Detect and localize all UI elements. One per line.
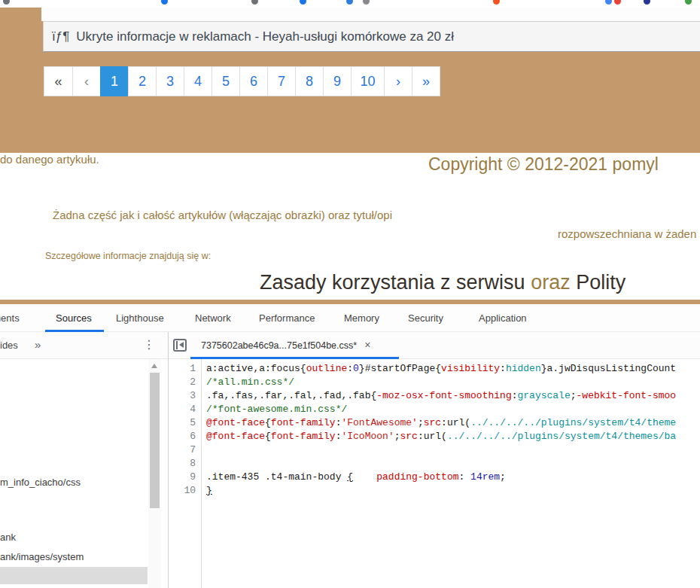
tree-item[interactable]: m_info_ciacho/css — [0, 476, 81, 489]
pagination: «‹12345678910›» — [44, 66, 440, 96]
page-button-8[interactable]: 8 — [295, 66, 324, 96]
page-button-‹[interactable]: ‹ — [72, 66, 101, 96]
article-title-bar: ïƒ¶Ukryte informacje w reklamach - Heyah… — [43, 21, 700, 52]
close-icon[interactable]: × — [364, 339, 370, 351]
favicon-red[interactable] — [614, 0, 621, 5]
code-line: a:active,a:focus{outline:0}#startOfPage{… — [206, 362, 700, 376]
page-button-›[interactable]: › — [384, 66, 412, 96]
page-button-2[interactable]: 2 — [128, 66, 157, 96]
page-button-5[interactable]: 5 — [212, 66, 240, 96]
tree-item[interactable]: ank/images/system — [0, 550, 84, 564]
page-button-10[interactable]: 10 — [351, 66, 385, 96]
tab-overflow-chevron[interactable]: » — [35, 332, 41, 359]
page-button-3[interactable]: 3 — [156, 66, 184, 96]
hide-navigator-icon[interactable] — [173, 339, 187, 352]
code-line: /*font-awesome.min.css*/ — [206, 403, 700, 416]
content-gap — [41, 8, 700, 21]
line-number[interactable]: 5 — [190, 416, 196, 430]
page-button-4[interactable]: 4 — [184, 66, 212, 96]
favicon-navy[interactable] — [644, 0, 650, 5]
page-button-1[interactable]: 1 — [100, 66, 129, 96]
favicon-blue-4[interactable] — [605, 0, 612, 5]
code-line — [206, 457, 700, 471]
line-number[interactable]: 4 — [190, 403, 196, 416]
navigator-file-tree: m_info_ciacho/cssankank/images/system — [0, 359, 168, 588]
tree-item[interactable]: ank — [0, 531, 16, 544]
file-tab[interactable]: 7375602abe46c9a...75e1f504be.css*× — [190, 332, 378, 359]
article-title: Ukryte informacje w reklamach - Heyah-us… — [76, 29, 454, 44]
line-number[interactable]: 7 — [190, 443, 196, 457]
devtools-toolbar-row: ides » ⋮ 7375602abe46c9a...75e1f504be.cs… — [0, 332, 700, 359]
privacy-link[interactable]: Polity — [571, 271, 626, 294]
favicon-gray-3[interactable] — [363, 0, 370, 5]
line-number[interactable]: 8 — [190, 457, 196, 471]
heading-conjunction: oraz — [531, 271, 571, 294]
file-tab-label: 7375602abe46c9a...75e1f504be.css* — [201, 340, 357, 351]
page-button-»[interactable]: » — [412, 66, 440, 96]
favicon-orange[interactable] — [493, 0, 500, 5]
page-button-6[interactable]: 6 — [239, 66, 268, 96]
devtools-body: m_info_ciacho/cssankank/images/system 12… — [0, 359, 700, 588]
more-options-icon[interactable]: ⋮ — [143, 332, 155, 359]
disclaimer-line: Żadna część jak i całość artykułów (włąc… — [53, 209, 392, 221]
line-number[interactable]: 1 — [190, 362, 196, 376]
favicon-blue-1[interactable] — [161, 0, 168, 5]
devtools-tab-application[interactable]: Application — [479, 304, 527, 332]
scrollbar-thumb[interactable] — [150, 373, 160, 508]
devtools-panel: ementsSourcesLighthouseNetworkPerformanc… — [0, 304, 700, 588]
scroll-up-arrow-icon[interactable] — [151, 364, 157, 368]
favicon-green[interactable] — [685, 0, 692, 5]
favicon-gray-1[interactable] — [3, 0, 10, 5]
page-footer: Copyright © 2012-2021 pomyl Żadna część … — [0, 153, 700, 300]
devtools-tab-security[interactable]: Security — [408, 304, 443, 332]
source-editor[interactable]: 12345678910 a:active,a:focus{outline:0}#… — [169, 359, 700, 588]
line-number[interactable]: 9 — [190, 471, 196, 484]
line-number[interactable]: 3 — [190, 389, 196, 403]
code-line — [206, 443, 700, 457]
devtools-tab-bar: ementsSourcesLighthouseNetworkPerformanc… — [0, 304, 700, 332]
line-number-gutter: 12345678910 — [169, 359, 202, 588]
devtools-tab-memory[interactable]: Memory — [344, 304, 379, 332]
devtools-tab-sources[interactable]: Sources — [56, 304, 92, 332]
bookmarks-bar — [0, 0, 700, 8]
vertical-scrollbar[interactable] — [148, 359, 161, 588]
code-line: @font-face{font-family:'FontAwesome';src… — [206, 416, 700, 430]
favicon-blue-3[interactable] — [346, 0, 353, 5]
code-line: .fa,.fas,.far,.fal,.fad,.fab{-moz-osx-fo… — [206, 389, 700, 403]
line-number[interactable]: 10 — [184, 484, 196, 498]
devtools-tab-network[interactable]: Network — [195, 304, 231, 332]
page-button-7[interactable]: 7 — [267, 66, 296, 96]
favicon-gray-2[interactable] — [251, 0, 258, 5]
terms-heading: Zasady korzystania z serwisu oraz Polity — [260, 271, 625, 294]
code-area: a:active,a:focus{outline:0}#startOfPage{… — [206, 362, 700, 498]
terms-link[interactable]: Zasady korzystania z serwisu — [260, 271, 531, 294]
code-line: .item-435 .t4-main-body { padding-bottom… — [206, 471, 700, 484]
navigator-tab-clipped[interactable]: ides — [0, 332, 18, 359]
screen: ïƒ¶Ukryte informacje w reklamach - Heyah… — [0, 0, 700, 588]
broken-glyph-icon: ïƒ¶ — [52, 29, 69, 44]
line-number[interactable]: 6 — [190, 430, 196, 443]
horizontal-scrollbar[interactable] — [0, 567, 148, 584]
page-button-«[interactable]: « — [44, 66, 73, 96]
favicon-blue-2[interactable] — [300, 0, 306, 5]
disclaimer-line: rozpowszechniana w żaden sposób, bez pis… — [558, 227, 700, 240]
code-line: @font-face{font-family:'IcoMoon';src:url… — [206, 430, 700, 443]
copyright-text: Copyright © 2012-2021 pomyl — [428, 154, 659, 175]
devtools-tab-performance[interactable]: Performance — [259, 304, 315, 332]
webpage: ïƒ¶Ukryte informacje w reklamach - Heyah… — [0, 8, 700, 304]
disclaimer-line: do danego artykułu. — [0, 153, 99, 166]
code-line: } — [206, 484, 700, 498]
devtools-tab-ements[interactable]: ements — [0, 304, 20, 332]
devtools-tab-lighthouse[interactable]: Lighthouse — [116, 304, 164, 332]
details-note: Szczegółowe informacje znajdują się w: — [45, 251, 211, 261]
code-line: /*all.min.css*/ — [206, 376, 700, 389]
line-number[interactable]: 2 — [190, 376, 196, 389]
page-button-9[interactable]: 9 — [323, 66, 352, 96]
